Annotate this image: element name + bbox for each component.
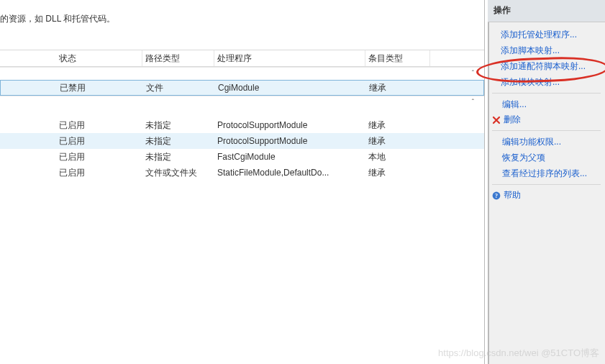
action-delete[interactable]: 删除 — [488, 112, 605, 127]
action-revert-to-parent[interactable]: 恢复为父项 — [488, 150, 605, 165]
action-edit[interactable]: 编辑... — [488, 96, 605, 112]
action-delete-label: 删除 — [504, 114, 521, 126]
divider — [492, 93, 601, 94]
svg-text:?: ? — [495, 193, 498, 199]
action-add-managed-handler[interactable]: 添加托管处理程序... — [488, 27, 605, 42]
cell-handler: ProtocolSupportModule — [214, 136, 365, 146]
actions-body: 添加托管处理程序... 添加脚本映射... 添加通配符脚本映射... 添加模块映… — [488, 22, 605, 203]
table-row[interactable]: 已启用 文件或文件夹 StaticFileModule,DefaultDo...… — [0, 165, 484, 181]
cell-entry: 继承 — [365, 167, 430, 179]
cell-entry: 继承 — [366, 82, 431, 94]
table-body: ˆ 已禁用 文件 CgiModule 继承 ˆ 已启用 未指定 Protocol… — [0, 67, 484, 181]
cell-state: 已启用 — [56, 167, 142, 179]
cell-path: 未指定 — [142, 119, 214, 132]
table-header-row: 状态 路径类型 处理程序 条目类型 — [0, 50, 484, 67]
col-header-path[interactable]: 路径类型 — [142, 50, 214, 66]
table-row[interactable]: 已启用 未指定 ProtocolSupportModule 继承 — [0, 133, 484, 149]
cell-path: 未指定 — [142, 151, 214, 163]
main-content: 的资源，如 DLL 和托管代码。 状态 路径类型 处理程序 条目类型 ˆ 已禁用… — [0, 0, 485, 364]
col-header-handler[interactable]: 处理程序 — [214, 50, 365, 66]
actions-pane: 操作 添加托管处理程序... 添加脚本映射... 添加通配符脚本映射... 添加… — [485, 0, 605, 364]
cell-handler: StaticFileModule,DefaultDo... — [214, 168, 365, 178]
col-header-state[interactable]: 状态 — [56, 50, 142, 66]
cell-path: 文件 — [143, 82, 215, 94]
cell-state: 已禁用 — [57, 82, 143, 94]
help-icon: ? — [492, 191, 501, 200]
cell-handler: FastCgiModule — [214, 152, 365, 162]
action-add-wildcard-script-mapping[interactable]: 添加通配符脚本映射... — [488, 58, 605, 74]
cell-path: 文件或文件夹 — [142, 167, 214, 179]
table-row[interactable]: 已启用 未指定 ProtocolSupportModule 继承 — [0, 117, 484, 133]
action-help[interactable]: ? 帮助 — [488, 188, 605, 203]
table-row[interactable]: 已启用 未指定 FastCgiModule 本地 — [0, 149, 484, 165]
cell-path: 未指定 — [142, 135, 214, 147]
chevron-down-icon: ˆ — [472, 99, 474, 106]
close-icon — [492, 116, 501, 124]
cell-state: 已启用 — [56, 151, 142, 163]
action-edit-feature-permissions[interactable]: 编辑功能权限... — [488, 134, 605, 150]
action-add-module-mapping[interactable]: 添加模块映射... — [488, 74, 605, 90]
divider — [492, 130, 601, 131]
handler-table: 状态 路径类型 处理程序 条目类型 ˆ 已禁用 文件 CgiModule 继承 … — [0, 50, 484, 181]
cell-entry: 继承 — [365, 119, 430, 132]
cell-state: 已启用 — [56, 119, 142, 132]
cell-entry: 继承 — [365, 135, 430, 147]
actions-title: 操作 — [488, 0, 605, 22]
cell-handler: ProtocolSupportModule — [214, 120, 365, 130]
chevron-down-icon: ˆ — [472, 70, 474, 78]
description-text: 的资源，如 DLL 和托管代码。 — [0, 0, 484, 25]
cell-handler: CgiModule — [215, 83, 366, 93]
action-help-label: 帮助 — [504, 189, 521, 201]
action-add-script-mapping[interactable]: 添加脚本映射... — [488, 42, 605, 58]
action-view-ordered-list[interactable]: 查看经过排序的列表... — [488, 165, 605, 181]
cell-state: 已启用 — [56, 135, 142, 147]
group-collapse-toggle-2[interactable]: ˆ — [0, 96, 484, 109]
group-collapse-toggle-1[interactable]: ˆ — [0, 67, 484, 80]
divider — [492, 184, 601, 185]
col-header-entry[interactable]: 条目类型 — [365, 50, 430, 66]
cell-entry: 本地 — [365, 151, 430, 163]
table-row[interactable]: 已禁用 文件 CgiModule 继承 — [0, 80, 484, 96]
